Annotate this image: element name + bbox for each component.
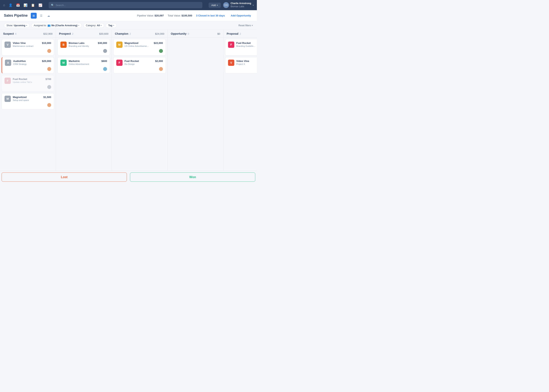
card-company: Marketric	[69, 60, 99, 63]
table-row[interactable]: M Marketric Online Advertisement $600	[57, 57, 110, 73]
card-info: Fuel Rocket Re-Design	[125, 60, 153, 65]
card-amount: $22,000	[154, 42, 163, 44]
card-amount: $600	[101, 60, 107, 63]
card-footer	[116, 67, 163, 71]
card-company: Magnetized	[13, 96, 41, 98]
col-count: 2	[239, 32, 241, 35]
card-logo: B	[60, 42, 67, 48]
list-view-button[interactable]: ☰	[38, 13, 44, 19]
pipeline-board: Suspect 4 $32,900 V Video Vine Maintenan…	[0, 30, 257, 171]
col-title: Proposal	[227, 32, 239, 35]
card-company: Video Vine	[236, 60, 257, 63]
card-company: Magnetized	[125, 42, 152, 44]
column-header: Opportunity 0 $0	[168, 30, 223, 37]
col-title-group: Proposal 2	[227, 32, 241, 35]
table-row[interactable]: F Fuel Rocket Branding Guidelin...	[225, 39, 257, 56]
card-amount: $700	[45, 78, 51, 81]
card-desc: Branding and Identity	[69, 45, 96, 47]
people-icon[interactable]: 👤	[9, 3, 13, 7]
card-desc: Branding Guidelin...	[236, 45, 257, 47]
kanban-view-button[interactable]: ⊞	[31, 13, 37, 19]
card-footer	[5, 49, 51, 53]
table-row[interactable]: V Video Vine Project X	[225, 57, 257, 73]
col-title-group: Opportunity 0	[171, 32, 189, 35]
sub-header: Sales Pipeline ⊞ ☰ ☁ Pipeline Value: $20…	[0, 10, 257, 21]
card-logo: F	[228, 42, 234, 48]
table-row[interactable]: M Magnetized US Online Advertiseme... $2…	[113, 39, 166, 56]
card-info: Biomax Labs Branding and Identity	[69, 42, 96, 47]
pipeline-column-champion: Champion 2 $24,000 M Magnetized US Onlin…	[112, 30, 168, 171]
filter-category[interactable]: Category: All ▾	[83, 23, 104, 28]
home-icon[interactable]: ⌂	[3, 3, 5, 7]
table-row[interactable]: A AudioHive CRM Strategy $20,000	[1, 57, 54, 73]
avatar	[159, 67, 163, 71]
card-footer	[5, 67, 51, 71]
user-name: Charlie Armstrong	[231, 2, 251, 5]
card-top: M Marketric Online Advertisement $600	[60, 60, 107, 66]
card-top: V Video Vine Maintenance contract $10,00…	[5, 42, 51, 48]
card-info: AudioHive CRM Strategy	[13, 60, 40, 65]
chevron-down-icon: ▾	[26, 24, 27, 27]
won-drop-zone[interactable]: Won	[130, 173, 255, 182]
add-opportunity-button[interactable]: Add Opportunity	[229, 13, 253, 18]
table-row[interactable]: F Fuel Rocket Re-Design $2,000	[113, 57, 166, 73]
card-desc: Online Advertisement	[69, 63, 99, 65]
card-logo: F	[116, 60, 123, 66]
pipeline-value: Pipeline Value: $20,097	[137, 14, 164, 17]
trend-icon[interactable]: 📈	[38, 3, 42, 7]
card-footer	[60, 49, 107, 53]
briefcase-icon[interactable]: 📋	[31, 3, 35, 7]
chevron-down-icon: ▾	[253, 4, 254, 6]
column-header: Champion 2 $24,000	[112, 30, 168, 37]
user-info[interactable]: CA Charlie Armstrong Biomax Labs ▾	[223, 2, 254, 8]
card-desc: CRM Strategy	[13, 63, 40, 65]
reset-filters-button[interactable]: Reset filters ×	[239, 24, 253, 27]
card-top: A AudioHive CRM Strategy $20,000	[5, 60, 51, 66]
card-amount: $20,000	[42, 60, 51, 63]
card-info: Video Vine Maintenance contract	[13, 42, 40, 47]
header-stats: Pipeline Value: $20,097 Total Value: $10…	[137, 13, 253, 18]
table-row[interactable]: M Magnetized Setup and space $1,500	[1, 93, 54, 110]
table-row[interactable]: V Video Vine Maintenance contract $10,00…	[1, 39, 54, 56]
page-title: Sales Pipeline	[4, 14, 28, 18]
card-desc: Setup and space	[13, 99, 41, 101]
card-amount: $10,000	[42, 42, 51, 44]
card-info: Video Vine Project X	[236, 60, 257, 65]
card-desc: Update online T&Cs	[13, 81, 43, 83]
table-row[interactable]: B Biomax Labs Branding and Identity $30,…	[57, 39, 110, 56]
search-input[interactable]	[56, 4, 200, 7]
card-footer	[228, 49, 257, 53]
table-row[interactable]: F Fuel Rocket Update online T&Cs $700	[1, 75, 54, 91]
avatar	[47, 67, 51, 71]
avatar	[47, 103, 51, 107]
column-cards: V Video Vine Maintenance contract $10,00…	[0, 37, 56, 171]
closed-link[interactable]: 3 Closed in last 30 days	[196, 14, 225, 17]
col-count: 4	[15, 32, 16, 35]
pipeline-column-proposal: Proposal 2 F Fuel Rocket Branding Guidel…	[224, 30, 257, 171]
card-amount: $30,000	[98, 42, 107, 44]
avatar	[159, 49, 163, 53]
card-desc: Project X	[236, 63, 257, 65]
filter-show[interactable]: Show: Upcoming ▾	[4, 23, 30, 28]
card-amount: $1,500	[43, 96, 51, 98]
card-top: B Biomax Labs Branding and Identity $30,…	[60, 42, 107, 48]
card-logo: V	[228, 60, 234, 66]
lost-drop-zone[interactable]: Lost	[1, 173, 127, 182]
filter-tag[interactable]: Tag ▾	[106, 23, 116, 28]
avatar: CA	[223, 2, 229, 8]
add-button[interactable]: Add +	[209, 3, 221, 8]
column-cards: F Fuel Rocket Branding Guidelin... V Vid…	[224, 37, 257, 171]
card-company: Fuel Rocket	[236, 42, 257, 44]
chart-icon[interactable]: 📊	[23, 3, 28, 7]
bottom-zones: Lost Won	[0, 171, 257, 183]
search-icon: 🔍	[51, 4, 54, 7]
cloud-view-button[interactable]: ☁	[46, 13, 52, 19]
card-info: Fuel Rocket Branding Guidelin...	[236, 42, 257, 47]
card-desc: Re-Design	[125, 63, 153, 65]
calendar-icon[interactable]: 📅	[16, 3, 20, 7]
search-bar[interactable]: 🔍	[49, 2, 202, 8]
filter-assigned[interactable]: Assigned to: 👥 Me (Charlie Armstrong) ▾	[31, 23, 82, 28]
pipeline-column-prospect: Prospect 2 $30,600 B Biomax Labs Brandin…	[56, 30, 112, 171]
card-footer	[5, 85, 51, 89]
card-desc: Maintenance contract	[13, 45, 40, 47]
